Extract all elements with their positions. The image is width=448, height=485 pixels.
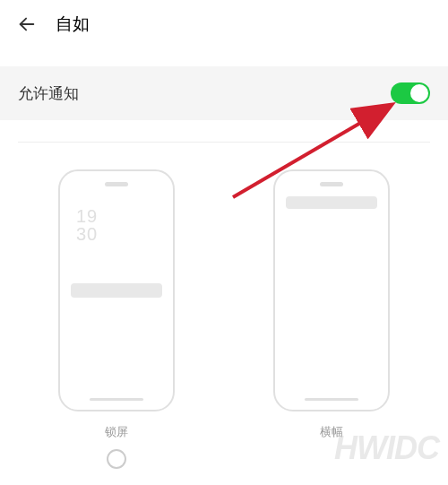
lockscreen-time: 19 30 [76, 207, 98, 243]
home-indicator-icon [90, 398, 143, 401]
allow-notifications-toggle[interactable] [391, 82, 430, 104]
lockscreen-phone-mockup: 19 30 [58, 169, 175, 411]
allow-notifications-row[interactable]: 允许通知 [0, 66, 448, 120]
lockscreen-notification-icon [71, 283, 162, 298]
banner-phone-mockup [273, 169, 390, 411]
back-arrow-icon[interactable] [16, 13, 38, 35]
lockscreen-time-bottom: 30 [76, 225, 98, 243]
lockscreen-radio[interactable] [107, 449, 126, 469]
phone-notch-icon [320, 182, 343, 186]
phone-notch-icon [105, 182, 128, 186]
watermark-text: HWIDC [334, 429, 439, 467]
home-indicator-icon [305, 398, 358, 401]
lockscreen-time-top: 19 [76, 207, 98, 225]
banner-preview-col: 横幅 [273, 169, 390, 469]
banner-notification-icon [286, 196, 377, 209]
header-bar: 自如 [0, 0, 448, 48]
allow-notifications-label: 允许通知 [18, 83, 79, 104]
lockscreen-preview-col: 19 30 锁屏 [58, 169, 175, 469]
lockscreen-label: 锁屏 [105, 424, 128, 440]
page-title: 自如 [56, 13, 90, 36]
toggle-knob [410, 84, 428, 102]
